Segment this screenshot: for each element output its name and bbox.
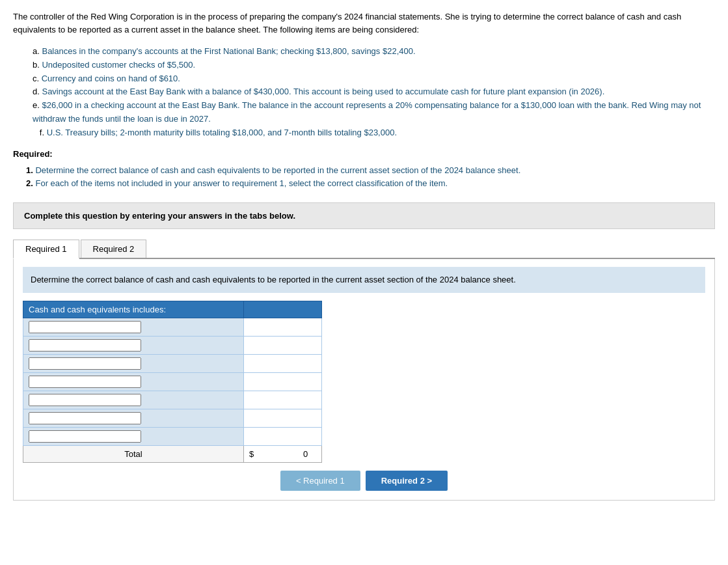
row1-col1 bbox=[23, 318, 244, 336]
row3-col2 bbox=[244, 354, 322, 372]
row3-col1 bbox=[23, 354, 244, 372]
row5-input-col2[interactable] bbox=[244, 391, 321, 409]
row2-col2 bbox=[244, 336, 322, 354]
table-row bbox=[23, 372, 322, 391]
row7-input-col1[interactable] bbox=[29, 430, 141, 443]
row2-input-col2[interactable] bbox=[244, 337, 321, 354]
row2-input-col1[interactable] bbox=[29, 339, 141, 351]
tab-content: Determine the correct balance of cash an… bbox=[13, 259, 715, 501]
item-d: d. Savings account at the East Bay Bank … bbox=[33, 85, 715, 99]
total-dollar: $ 0 bbox=[244, 445, 322, 462]
row6-input-col2[interactable] bbox=[244, 409, 321, 427]
requirement-1: 1. Determine the correct balance of cash… bbox=[26, 164, 715, 178]
row5-input-col1[interactable] bbox=[29, 394, 141, 406]
col2-header bbox=[244, 301, 322, 318]
row4-input-col1[interactable] bbox=[29, 376, 141, 388]
table-section: Cash and cash equivalents includes: bbox=[23, 301, 705, 463]
row5-col2 bbox=[244, 391, 322, 409]
item-a: a. Balances in the company's accounts at… bbox=[33, 45, 715, 59]
row6-input-col1[interactable] bbox=[29, 412, 141, 424]
item-c: c. Currency and coins on hand of $610. bbox=[33, 72, 715, 86]
intro-paragraph: The controller of the Red Wing Corporati… bbox=[13, 10, 715, 36]
table-row bbox=[23, 336, 322, 354]
complete-box: Complete this question by entering your … bbox=[13, 202, 715, 229]
row7-col2 bbox=[244, 427, 322, 445]
row7-input-col2[interactable] bbox=[244, 428, 321, 445]
tab-required-1[interactable]: Required 1 bbox=[13, 240, 79, 259]
prev-button[interactable]: < Required 1 bbox=[280, 471, 360, 491]
nav-buttons: < Required 1 Required 2 > bbox=[23, 471, 705, 491]
row1-input-col1[interactable] bbox=[29, 321, 141, 333]
cash-table: Cash and cash equivalents includes: bbox=[23, 301, 322, 463]
item-e: e. $26,000 in a checking account at the … bbox=[33, 99, 715, 126]
row6-col1 bbox=[23, 409, 244, 427]
row1-input-col2[interactable] bbox=[244, 318, 321, 336]
row4-col1 bbox=[23, 372, 244, 391]
tabs-row: Required 1 Required 2 bbox=[13, 240, 715, 259]
total-row: Total $ 0 bbox=[23, 445, 322, 462]
required-heading: Required: bbox=[13, 149, 715, 159]
item-b: b. Undeposited customer checks of $5,500… bbox=[33, 59, 715, 72]
row6-col2 bbox=[244, 409, 322, 427]
row4-col2 bbox=[244, 372, 322, 391]
row5-col1 bbox=[23, 391, 244, 409]
items-list: a. Balances in the company's accounts at… bbox=[33, 45, 715, 140]
total-label: Total bbox=[23, 445, 244, 462]
row3-input-col1[interactable] bbox=[29, 357, 141, 370]
table-row bbox=[23, 391, 322, 409]
table-row bbox=[23, 354, 322, 372]
next-button[interactable]: Required 2 > bbox=[366, 471, 448, 491]
tab-required-2[interactable]: Required 2 bbox=[81, 240, 147, 258]
row3-input-col2[interactable] bbox=[244, 355, 321, 372]
row4-input-col2[interactable] bbox=[244, 373, 321, 391]
col1-header: Cash and cash equivalents includes: bbox=[23, 301, 244, 318]
row1-col2 bbox=[244, 318, 322, 336]
table-row bbox=[23, 318, 322, 336]
requirements-list: 1. Determine the correct balance of cash… bbox=[26, 164, 715, 191]
item-f: f. U.S. Treasury bills; 2-month maturity… bbox=[33, 126, 715, 140]
row2-col1 bbox=[23, 336, 244, 354]
table-row bbox=[23, 409, 322, 427]
row7-col1 bbox=[23, 427, 244, 445]
tab-description: Determine the correct balance of cash an… bbox=[23, 267, 705, 293]
requirement-2: 2. For each of the items not included in… bbox=[26, 177, 715, 191]
tabs-container: Required 1 Required 2 Determine the corr… bbox=[13, 240, 715, 501]
table-row bbox=[23, 427, 322, 445]
